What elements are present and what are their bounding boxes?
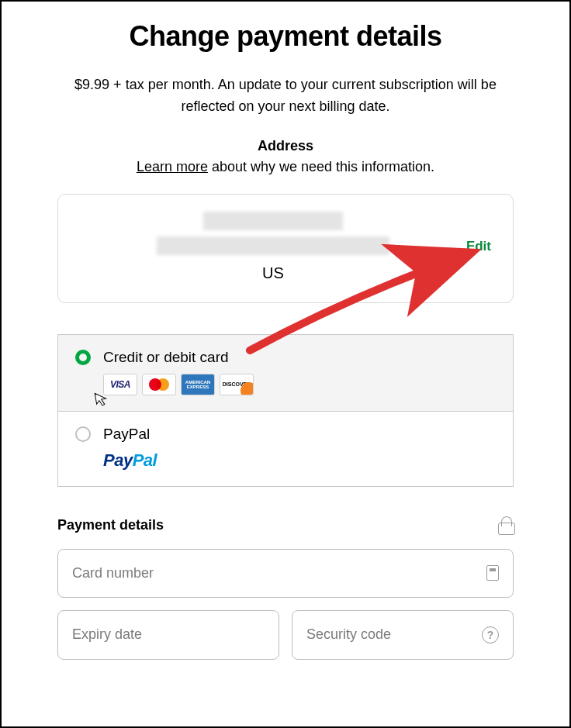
paypal-method-label: PayPal	[103, 426, 496, 443]
address-info-line: Learn more about why we need this inform…	[57, 159, 514, 175]
lock-icon	[498, 516, 514, 535]
radio-paypal[interactable]	[75, 426, 91, 442]
learn-more-link[interactable]: Learn more	[137, 159, 208, 174]
address-lines: US	[80, 212, 466, 282]
card-number-input[interactable]: Card number	[57, 549, 514, 598]
paypal-icon: PayPal	[103, 450, 496, 471]
card-chip-icon	[486, 565, 499, 581]
card-method-label: Credit or debit card	[103, 349, 496, 366]
help-icon[interactable]: ?	[482, 626, 499, 643]
page-title: Change payment details	[57, 20, 514, 53]
visa-icon: VISA	[103, 374, 137, 395]
payment-method-paypal[interactable]: PayPal PayPal	[58, 412, 513, 486]
learn-more-tail: about why we need this information.	[208, 159, 434, 174]
payment-method-list: Credit or debit card VISA AMERICAN EXPRE…	[57, 334, 514, 487]
address-card: US Edit	[57, 194, 514, 303]
discover-icon: DISCOVER	[220, 374, 254, 395]
cvc-placeholder: Security code	[306, 626, 391, 643]
card-logo-row: VISA AMERICAN EXPRESS DISCOVER	[103, 374, 496, 395]
cvc-input[interactable]: Security code ?	[292, 610, 514, 660]
expiry-placeholder: Expiry date	[72, 626, 142, 643]
address-line-2-redacted	[157, 236, 389, 255]
address-line-1-redacted	[203, 212, 343, 230]
payment-details-heading: Payment details	[57, 517, 164, 533]
address-country: US	[262, 264, 284, 282]
price-subtitle: $9.99 + tax per month. An update to your…	[57, 74, 514, 118]
amex-icon: AMERICAN EXPRESS	[181, 374, 215, 395]
expiry-input[interactable]: Expiry date	[57, 610, 279, 660]
mastercard-icon	[142, 374, 176, 395]
card-number-placeholder: Card number	[72, 565, 154, 581]
radio-card[interactable]	[75, 350, 91, 365]
address-heading: Address	[57, 138, 514, 154]
payment-method-card[interactable]: Credit or debit card VISA AMERICAN EXPRE…	[58, 335, 513, 412]
edit-address-button[interactable]: Edit	[466, 239, 491, 254]
